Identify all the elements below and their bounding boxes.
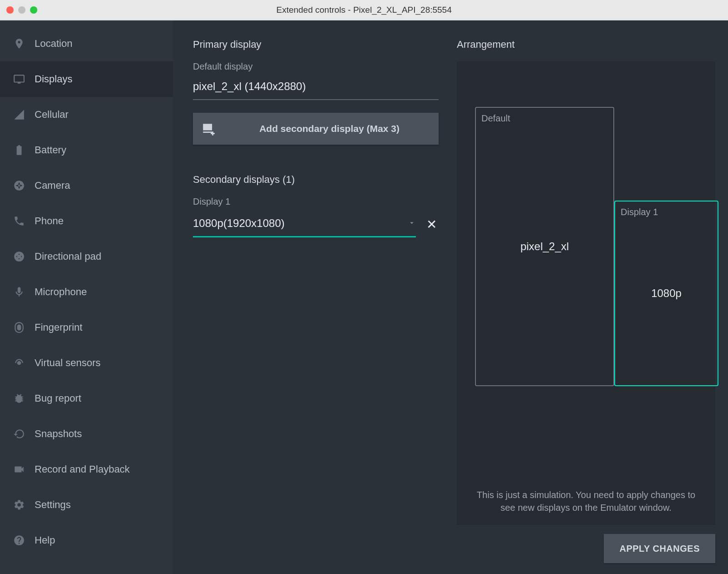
displays-icon: [13, 73, 25, 86]
sidebar-item-virtual-sensors[interactable]: Virtual sensors: [0, 345, 173, 381]
sidebar-item-label: Camera: [35, 180, 70, 191]
display-1-label: Display 1: [193, 196, 439, 207]
camera-icon: [13, 179, 25, 192]
sensors-icon: [13, 357, 25, 369]
sidebar-item-help[interactable]: Help: [0, 523, 173, 558]
sidebar-item-location[interactable]: Location: [0, 26, 173, 61]
arrangement-display-1[interactable]: Display 1 1080p: [614, 201, 718, 386]
titlebar: Extended controls - Pixel_2_XL_API_28:55…: [0, 0, 728, 20]
sidebar-item-label: Bug report: [35, 393, 81, 404]
arrangement-note: This is just a simulation. You need to a…: [470, 479, 702, 514]
primary-display-title: Primary display: [193, 39, 439, 50]
sidebar-item-phone[interactable]: Phone: [0, 203, 173, 239]
add-secondary-display-button[interactable]: Add secondary display (Max 3): [193, 113, 439, 145]
left-column: Primary display Default display pixel_2_…: [193, 39, 439, 563]
sidebar-item-label: Displays: [35, 73, 72, 85]
minimize-window-button[interactable]: [18, 6, 25, 14]
window-title: Extended controls - Pixel_2_XL_API_28:55…: [0, 5, 728, 15]
apply-changes-button[interactable]: APPLY CHANGES: [604, 534, 715, 563]
cellular-icon: [13, 108, 25, 121]
arrangement-default-label: Default: [481, 113, 510, 124]
snapshots-icon: [13, 428, 25, 440]
secondary-displays-title: Secondary displays (1): [193, 174, 439, 186]
sidebar-item-fingerprint[interactable]: Fingerprint: [0, 310, 173, 345]
arrangement-title: Arrangement: [457, 39, 715, 50]
arrangement-panel: Default pixel_2_xl Display 1 1080p This …: [457, 61, 715, 525]
remove-display-1-button[interactable]: ✕: [424, 217, 439, 232]
default-display-value: pixel_2_xl (1440x2880): [193, 76, 439, 100]
fingerprint-icon: [13, 321, 25, 334]
right-column: Arrangement Default pixel_2_xl Display 1…: [457, 39, 715, 563]
arrangement-display-1-label: Display 1: [621, 207, 658, 217]
arrangement-default-display[interactable]: Default pixel_2_xl: [475, 107, 614, 386]
help-icon: [13, 534, 25, 547]
chevron-down-icon: [408, 217, 416, 230]
sidebar-item-displays[interactable]: Displays: [0, 61, 173, 97]
battery-icon: [13, 144, 25, 156]
sidebar-item-label: Record and Playback: [35, 463, 130, 475]
sidebar-item-label: Cellular: [35, 109, 69, 121]
sidebar-item-label: Virtual sensors: [35, 357, 101, 369]
gear-icon: [13, 498, 25, 511]
default-display-label: Default display: [193, 61, 439, 72]
add-display-icon: [201, 122, 217, 136]
display-1-value: 1080p(1920x1080): [193, 217, 285, 230]
sidebar-item-label: Help: [35, 534, 55, 546]
record-icon: [13, 463, 25, 476]
sidebar-item-camera[interactable]: Camera: [0, 168, 173, 203]
phone-icon: [13, 215, 25, 227]
sidebar: Location Displays Cellular Battery Camer: [0, 20, 173, 574]
sidebar-item-label: Directional pad: [35, 251, 101, 262]
sidebar-item-label: Battery: [35, 144, 66, 156]
sidebar-item-label: Phone: [35, 215, 64, 227]
sidebar-item-microphone[interactable]: Microphone: [0, 274, 173, 310]
location-icon: [13, 37, 25, 50]
arrangement-display-1-name: 1080p: [651, 287, 682, 300]
sidebar-item-snapshots[interactable]: Snapshots: [0, 416, 173, 452]
close-window-button[interactable]: [6, 6, 14, 14]
display-1-select[interactable]: 1080p(1920x1080): [193, 211, 416, 237]
sidebar-item-battery[interactable]: Battery: [0, 132, 173, 168]
sidebar-item-directional-pad[interactable]: Directional pad: [0, 239, 173, 274]
sidebar-item-label: Microphone: [35, 286, 87, 298]
traffic-lights: [6, 6, 37, 14]
arrangement-default-name: pixel_2_xl: [521, 240, 569, 253]
sidebar-item-label: Snapshots: [35, 428, 82, 440]
add-secondary-display-label: Add secondary display (Max 3): [228, 123, 430, 134]
sidebar-item-settings[interactable]: Settings: [0, 487, 173, 523]
maximize-window-button[interactable]: [30, 6, 37, 14]
arrangement-canvas: Default pixel_2_xl Display 1 1080p: [466, 74, 706, 393]
sidebar-item-bug-report[interactable]: Bug report: [0, 381, 173, 416]
microphone-icon: [13, 286, 25, 298]
sidebar-item-cellular[interactable]: Cellular: [0, 97, 173, 132]
content: Primary display Default display pixel_2_…: [173, 20, 728, 574]
dpad-icon: [13, 250, 25, 263]
sidebar-item-label: Fingerprint: [35, 322, 82, 333]
sidebar-item-label: Location: [35, 38, 72, 50]
sidebar-item-label: Settings: [35, 499, 71, 511]
bug-icon: [13, 392, 25, 405]
sidebar-item-record-playback[interactable]: Record and Playback: [0, 452, 173, 487]
